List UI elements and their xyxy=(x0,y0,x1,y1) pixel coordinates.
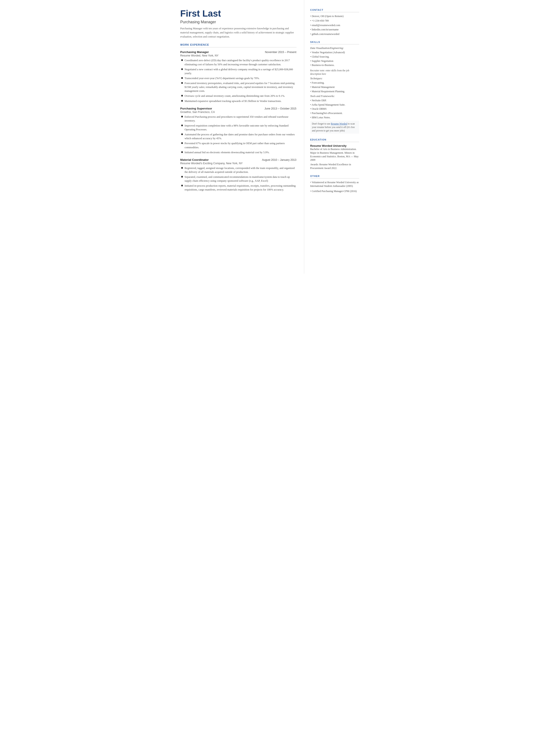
bullet-dot xyxy=(181,133,183,135)
left-column: First Last Purchasing Manager Purchasing… xyxy=(171,0,304,274)
skills-list-1: Vendor Negotiation (Advanced) Global Sou… xyxy=(310,51,359,67)
skills-title: SKILLS xyxy=(310,41,359,44)
skill-item: PurchasingNet eProcurement. xyxy=(310,111,359,115)
job-title: Purchasing Manager xyxy=(180,20,296,24)
contact-item-github: github.com/resumeworded xyxy=(310,32,359,36)
skills-category-3: Tools and Frameworks: xyxy=(310,95,359,98)
job-header-1: Purchasing Manager November 2015 – Prese… xyxy=(180,50,296,54)
job-title-3: Material Coordinator xyxy=(180,158,209,161)
skill-item: Global Sourcing. xyxy=(310,55,359,59)
contact-item-location: Denver, OH (Open to Remote) xyxy=(310,14,359,18)
bullet-item: Prevented 67% upscale in power stocks by… xyxy=(181,141,296,149)
skill-item: Vendor Negotiation (Advanced) xyxy=(310,51,359,54)
job-dates-1: November 2015 – Present xyxy=(265,51,296,54)
job-block-3: Material Coordinator August 2010 – Janua… xyxy=(180,158,296,192)
bullet-dot xyxy=(181,125,183,126)
contact-title: CONTACT xyxy=(310,9,359,12)
resume-page: First Last Purchasing Manager Purchasing… xyxy=(171,0,365,274)
edu-school: Resume Worded University xyxy=(310,144,359,147)
job-block-2: Purchasing Supervisor June 2013 – Octobe… xyxy=(180,107,296,154)
resume-worded-link[interactable]: Resume Worded xyxy=(331,123,347,125)
bullet-item: Negotiated a new contract with a global … xyxy=(181,68,296,75)
bullet-dot xyxy=(181,100,183,102)
bullet-item: Registered, tagged, assigned storage loc… xyxy=(181,166,296,174)
skills-category-1: Data Visualization/Engineering: xyxy=(310,46,359,50)
work-experience-title: WORK EXPERIENCE xyxy=(180,43,296,47)
job-header-2: Purchasing Supervisor June 2013 – Octobe… xyxy=(180,107,296,110)
edu-awards: Awards: Resume Worded Excellence in Proc… xyxy=(310,163,359,170)
bullet-dot xyxy=(181,59,183,61)
bullet-item: Enforced Purchasing process and procedur… xyxy=(181,115,296,123)
job-block-1: Purchasing Manager November 2015 – Prese… xyxy=(180,50,296,103)
bullet-item: Forecasted inventory prerequisites, eval… xyxy=(181,81,296,93)
other-item-2: Certified Purchasing Manager-CPM (2016) xyxy=(310,189,359,193)
bullet-dot xyxy=(181,68,183,70)
bullet-dot xyxy=(181,82,183,84)
bullet-dot xyxy=(181,77,183,79)
contact-list: Denver, OH (Open to Remote) +1-234-456-7… xyxy=(310,14,359,36)
recruiter-cta-box: Don't forget to use Resume Worded to sca… xyxy=(310,121,359,134)
full-name: First Last xyxy=(180,9,296,18)
bullet-item: Coordinated zero defect (ZD) day that ca… xyxy=(181,58,296,66)
bullet-dot xyxy=(181,185,183,186)
summary: Purchasing Manager with ten years of exp… xyxy=(180,26,296,39)
contact-section: CONTACT Denver, OH (Open to Remote) +1-2… xyxy=(310,9,359,36)
bullet-dot xyxy=(181,116,183,118)
skill-item: Oracle DBMS xyxy=(310,107,359,111)
skill-item: IBM Lotus Notes. xyxy=(310,116,359,119)
contact-item-linkedin: linkedin.com/in/username xyxy=(310,28,359,32)
other-item-1: Volunteered at Resume Worded University … xyxy=(310,181,359,188)
skills-list-2: Forecasting. Material Management Materia… xyxy=(310,81,359,93)
skill-item: NetSuite ERP. xyxy=(310,99,359,102)
bullet-item: Initiated in-process production reports,… xyxy=(181,184,296,192)
job-company-1: Resume Worded, New York, NY xyxy=(180,54,296,57)
edu-details: Major in Business Management. Minors in … xyxy=(310,151,359,162)
job-title-2: Purchasing Supervisor xyxy=(180,107,212,110)
bullet-dot xyxy=(181,176,183,178)
bullet-item: Initiated annual bid on electronic eleme… xyxy=(181,151,296,154)
skills-category-2: Techniques: xyxy=(310,77,359,80)
job-title-1: Purchasing Manager xyxy=(180,50,209,54)
job-dates-2: June 2013 – October 2015 xyxy=(265,107,296,110)
bullet-dot xyxy=(181,151,183,153)
right-column: CONTACT Denver, OH (Open to Remote) +1-2… xyxy=(304,0,365,274)
skill-item: Forecasting. xyxy=(310,81,359,85)
edu-block-1: Resume Worded University Bachelor of Art… xyxy=(310,144,359,170)
recruiter-note-skills: Recruiter note: enter skills from the jo… xyxy=(310,69,359,76)
recruiter-cta-pre: Don't forget to use xyxy=(312,123,331,125)
skill-item: Supplier Negotiation xyxy=(310,59,359,63)
skill-item: Business-to-Business. xyxy=(310,63,359,67)
skill-item: Material Management xyxy=(310,85,359,89)
bullet-item: Oversaw cycle and annual inventory count… xyxy=(181,94,296,98)
job-company-2: Growthsi, San Francisco, CA xyxy=(180,111,296,114)
bullet-item: Automated the process of gathering due d… xyxy=(181,132,296,140)
bullet-item: Improved requisition completion time wit… xyxy=(181,124,296,131)
bullet-dot xyxy=(181,95,183,97)
bullet-item: Transcended year-over-year (YoY) departm… xyxy=(181,76,296,80)
bullet-item: Maintained expansive spreadsheet trackin… xyxy=(181,99,296,103)
edu-degree: Bachelor of Arts in Business Administrat… xyxy=(310,147,359,151)
skill-item: Material Requirement Planning. xyxy=(310,90,359,93)
job-header-3: Material Coordinator August 2010 – Janua… xyxy=(180,158,296,161)
job-bullets-2: Enforced Purchasing process and procedur… xyxy=(180,115,296,154)
other-section: OTHER Volunteered at Resume Worded Unive… xyxy=(310,175,359,193)
job-bullets-1: Coordinated zero defect (ZD) day that ca… xyxy=(180,58,296,103)
skills-list-3: NetSuite ERP. Ariba Spend Management Sui… xyxy=(310,99,359,119)
skill-item: Ariba Spend Management Suite. xyxy=(310,103,359,107)
job-company-3: Resume Worded's Exciting Company, New Yo… xyxy=(180,162,296,165)
job-bullets-3: Registered, tagged, assigned storage loc… xyxy=(180,166,296,192)
bullet-item: Separated, examined, and communicated re… xyxy=(181,175,296,183)
job-dates-3: August 2010 – January 2013 xyxy=(262,158,296,161)
contact-item-email: email@resumeworded.com xyxy=(310,23,359,27)
other-title: OTHER xyxy=(310,175,359,179)
skills-section: SKILLS Data Visualization/Engineering: V… xyxy=(310,41,359,134)
bullet-dot xyxy=(181,167,183,169)
education-title: EDUCATION xyxy=(310,138,359,142)
bullet-dot xyxy=(181,142,183,144)
contact-item-phone: +1-234-456-789 xyxy=(310,19,359,23)
education-section: EDUCATION Resume Worded University Bache… xyxy=(310,138,359,170)
